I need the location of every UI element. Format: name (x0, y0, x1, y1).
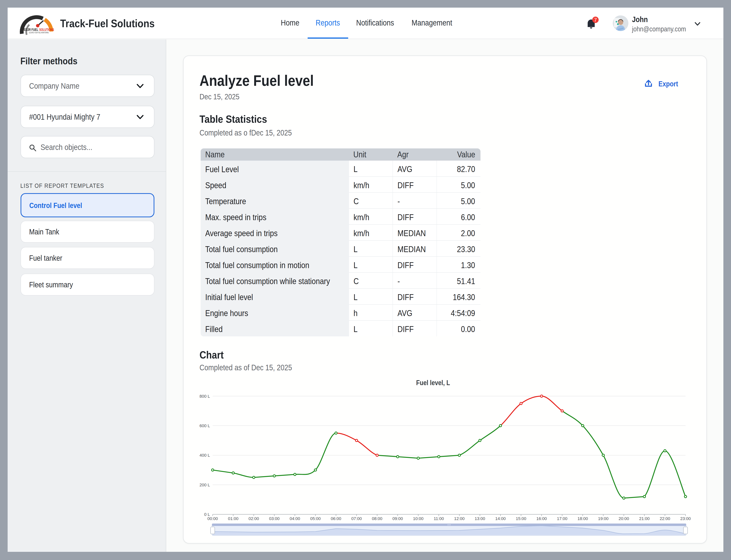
svg-text:EDJR FUEL: EDJR FUEL (24, 28, 38, 32)
svg-text:ELEVATE YOUR FUEL MONITORING: ELEVATE YOUR FUEL MONITORING (29, 32, 49, 34)
svg-text:7: 7 (594, 17, 597, 23)
svg-text:SOLUTIONS: SOLUTIONS (39, 28, 54, 32)
